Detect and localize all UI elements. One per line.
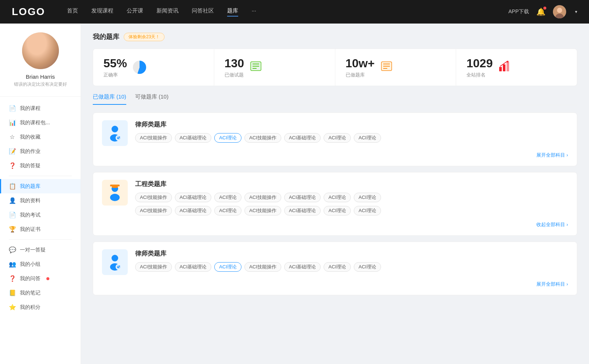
tag-eng-4[interactable]: ACI基础理论 bbox=[284, 193, 321, 202]
sidebar-label-exam: 我的考试 bbox=[20, 212, 40, 218]
expand-lawyer-1[interactable]: 展开全部科目 › bbox=[536, 152, 568, 158]
stat-accuracy-number: 55% bbox=[103, 56, 127, 70]
exam-icon: 📄 bbox=[9, 211, 15, 218]
qbank-tags-engineer-row1: ACI技能操作 ACI基础理论 ACI理论 ACI技能操作 ACI基础理论 AC… bbox=[135, 193, 568, 202]
accuracy-pie-chart bbox=[133, 61, 146, 74]
nav-opencourse[interactable]: 公开课 bbox=[127, 7, 143, 17]
qbank-tags-lawyer-2: ACI技能操作 ACI基础理论 ACI理论 ACI技能操作 ACI基础理论 AC… bbox=[135, 262, 568, 272]
sidebar-item-my-favorites[interactable]: ☆ 我的收藏 bbox=[0, 130, 81, 144]
tag-eng-0[interactable]: ACI技能操作 bbox=[135, 193, 172, 202]
stat-accuracy: 55% 正确率 bbox=[93, 49, 214, 86]
sidebar-item-my-questions[interactable]: ❓ 我的问答 bbox=[0, 271, 81, 286]
oneone-icon: 💬 bbox=[9, 246, 15, 253]
stat-banks-number: 10w+ bbox=[346, 56, 375, 70]
tag-eng-r2-6[interactable]: ACI理论 bbox=[354, 206, 381, 215]
svg-point-23 bbox=[112, 255, 118, 261]
sidebar-item-my-packages[interactable]: 📊 我的课程包... bbox=[0, 115, 81, 130]
sidebar-item-my-exam[interactable]: 📄 我的考试 bbox=[0, 208, 81, 222]
tag-eng-r2-3[interactable]: ACI技能操作 bbox=[244, 206, 281, 215]
nav-home[interactable]: 首页 bbox=[67, 7, 78, 17]
tag-eng-1[interactable]: ACI基础理论 bbox=[175, 193, 212, 202]
tag-lawyer1-6[interactable]: ACI理论 bbox=[354, 133, 381, 143]
tag-eng-5[interactable]: ACI理论 bbox=[324, 193, 351, 202]
sidebar-item-my-notes[interactable]: 📒 我的笔记 bbox=[0, 286, 81, 300]
sidebar-item-one-on-one[interactable]: 💬 一对一答疑 bbox=[0, 243, 81, 257]
sidebar-label-qbank: 我的题库 bbox=[20, 183, 40, 190]
homework-icon: 📝 bbox=[9, 148, 15, 155]
group-icon: 👥 bbox=[9, 261, 15, 268]
sidebar-item-my-points[interactable]: ⭐ 我的积分 bbox=[0, 300, 81, 314]
user-avatar[interactable] bbox=[553, 5, 566, 18]
qbank-card-lawyer-1: 律师类题库 ACI技能操作 ACI基础理论 ACI理论 ACI技能操作 ACI基… bbox=[93, 113, 577, 166]
tag-eng-r2-1[interactable]: ACI基础理论 bbox=[175, 206, 212, 215]
tag-lawyer2-6[interactable]: ACI理论 bbox=[354, 262, 381, 272]
tag-eng-r2-0[interactable]: ACI技能操作 bbox=[135, 206, 172, 215]
expand-lawyer-2[interactable]: 展开全部科目 › bbox=[536, 281, 568, 288]
nav-more[interactable]: ··· bbox=[251, 7, 256, 17]
tag-lawyer2-0[interactable]: ACI技能操作 bbox=[135, 262, 172, 272]
tag-eng-r2-2[interactable]: ACI理论 bbox=[214, 206, 241, 215]
tag-lawyer2-5[interactable]: ACI理论 bbox=[324, 262, 351, 272]
done-questions-icon bbox=[250, 60, 262, 75]
sidebar-label-points: 我的积分 bbox=[20, 304, 40, 311]
qbank-icon-lawyer-2 bbox=[102, 249, 128, 275]
nav-discover[interactable]: 发现课程 bbox=[91, 7, 113, 17]
user-menu-chevron[interactable]: ▾ bbox=[575, 9, 577, 14]
trial-badge: 体验剩余23天！ bbox=[124, 33, 165, 41]
sidebar: Brian Harris 错误的决定比没有决定要好 📄 我的课程 📊 我的课程包… bbox=[0, 24, 81, 364]
nav-news[interactable]: 新闻资讯 bbox=[156, 7, 179, 17]
tag-lawyer1-1[interactable]: ACI基础理论 bbox=[175, 133, 212, 143]
tag-eng-r2-4[interactable]: ACI基础理论 bbox=[284, 206, 321, 215]
tab-done-banks[interactable]: 已做题库 (10) bbox=[93, 93, 126, 105]
sidebar-item-my-homework[interactable]: 📝 我的作业 bbox=[0, 144, 81, 158]
qbank-title-engineer: 工程类题库 bbox=[135, 180, 568, 188]
nav-qa[interactable]: 问答社区 bbox=[192, 7, 214, 17]
tag-lawyer1-0[interactable]: ACI技能操作 bbox=[135, 133, 172, 143]
tag-eng-3[interactable]: ACI技能操作 bbox=[244, 193, 281, 202]
tag-lawyer2-2[interactable]: ACI理论 bbox=[214, 262, 241, 272]
page-header: 我的题库 体验剩余23天！ bbox=[93, 32, 577, 41]
sidebar-label-group: 我的小组 bbox=[20, 261, 40, 268]
sidebar-item-my-qbank[interactable]: 📋 我的题库 bbox=[0, 179, 81, 193]
main-content: 我的题库 体验剩余23天！ 55% 正确率 130 已做试题 bbox=[81, 24, 589, 364]
sidebar-item-my-qa[interactable]: ❓ 我的答疑 bbox=[0, 158, 81, 173]
sidebar-label-oneone: 一对一答疑 bbox=[20, 247, 46, 253]
qbank-title-lawyer-2: 律师类题库 bbox=[135, 249, 568, 258]
tag-lawyer1-3[interactable]: ACI技能操作 bbox=[244, 133, 281, 143]
sidebar-item-my-cert[interactable]: 🏆 我的证书 bbox=[0, 222, 81, 236]
qbank-title-lawyer-1: 律师类题库 bbox=[135, 120, 568, 129]
qbank-card-lawyer-2: 律师类题库 ACI技能操作 ACI基础理论 ACI理论 ACI技能操作 ACI基… bbox=[93, 242, 577, 295]
sidebar-item-my-profile[interactable]: 👤 我的资料 bbox=[0, 193, 81, 208]
notes-icon: 📒 bbox=[9, 289, 15, 296]
tab-available-banks[interactable]: 可做题库 (10) bbox=[135, 93, 169, 105]
favorites-icon: ☆ bbox=[9, 133, 15, 140]
courses-icon: 📄 bbox=[9, 105, 15, 112]
svg-rect-12 bbox=[503, 64, 505, 71]
tag-lawyer2-4[interactable]: ACI基础理论 bbox=[284, 262, 321, 272]
notification-bell[interactable]: 🔔 bbox=[536, 7, 546, 16]
page-layout: Brian Harris 错误的决定比没有决定要好 📄 我的课程 📊 我的课程包… bbox=[0, 24, 589, 364]
tag-lawyer1-4[interactable]: ACI基础理论 bbox=[284, 133, 321, 143]
sidebar-item-my-courses[interactable]: 📄 我的课程 bbox=[0, 101, 81, 115]
tabs-row: 已做题库 (10) 可做题库 (10) bbox=[93, 93, 577, 105]
tag-eng-r2-5[interactable]: ACI理论 bbox=[324, 206, 351, 215]
cert-icon: 🏆 bbox=[9, 226, 15, 233]
tag-lawyer2-3[interactable]: ACI技能操作 bbox=[244, 262, 281, 272]
tag-eng-6[interactable]: ACI理论 bbox=[354, 193, 381, 202]
tag-lawyer1-5[interactable]: ACI理论 bbox=[324, 133, 351, 143]
packages-icon: 📊 bbox=[9, 119, 15, 126]
sidebar-label-my-packages: 我的课程包... bbox=[20, 119, 50, 126]
tag-lawyer1-2[interactable]: ACI理论 bbox=[214, 133, 241, 143]
svg-rect-13 bbox=[507, 62, 509, 71]
collapse-engineer[interactable]: 收起全部科目 › bbox=[536, 221, 568, 228]
sidebar-label-cert: 我的证书 bbox=[20, 226, 40, 233]
nav-qbank[interactable]: 题库 bbox=[227, 7, 238, 17]
svg-point-1 bbox=[557, 8, 562, 13]
app-download-link[interactable]: APP下载 bbox=[508, 8, 529, 15]
sidebar-item-my-group[interactable]: 👥 我的小组 bbox=[0, 257, 81, 271]
stat-done-banks: 10w+ 已做题库 bbox=[335, 49, 456, 86]
logo: LOGO bbox=[12, 6, 45, 18]
tag-eng-2[interactable]: ACI理论 bbox=[214, 193, 241, 202]
tag-lawyer2-1[interactable]: ACI基础理论 bbox=[175, 262, 212, 272]
rank-icon bbox=[498, 60, 510, 75]
